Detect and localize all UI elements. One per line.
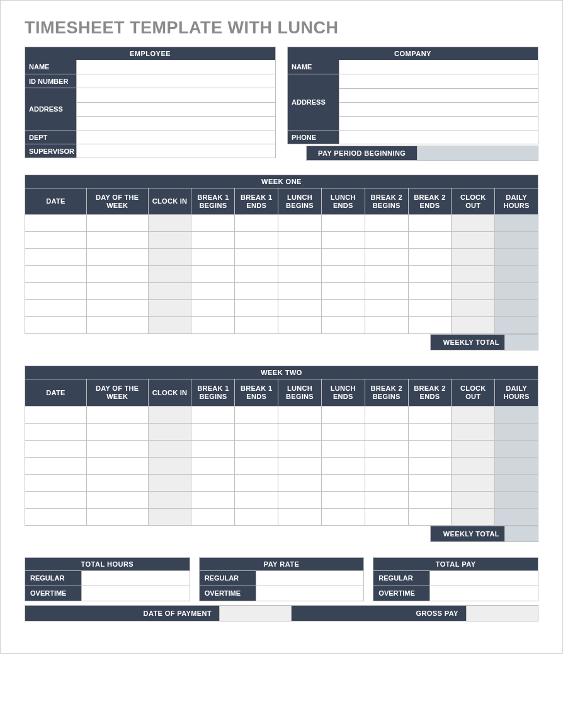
table-cell[interactable] bbox=[321, 266, 365, 283]
table-cell[interactable] bbox=[148, 457, 191, 474]
table-cell[interactable] bbox=[235, 440, 278, 457]
table-cell[interactable] bbox=[365, 440, 408, 457]
table-cell[interactable] bbox=[321, 440, 365, 457]
table-cell[interactable] bbox=[148, 440, 191, 457]
table-cell[interactable] bbox=[191, 215, 235, 232]
table-cell[interactable] bbox=[191, 406, 235, 423]
table-cell[interactable] bbox=[452, 215, 495, 232]
table-cell[interactable] bbox=[86, 491, 148, 508]
date-of-payment-input[interactable] bbox=[220, 605, 292, 621]
table-cell[interactable] bbox=[278, 317, 322, 334]
table-cell[interactable] bbox=[191, 300, 235, 317]
pay-period-input[interactable] bbox=[417, 146, 538, 161]
employee-supervisor-input[interactable] bbox=[77, 144, 275, 158]
table-cell[interactable] bbox=[495, 300, 538, 317]
table-cell[interactable] bbox=[25, 300, 87, 317]
company-name-input[interactable] bbox=[339, 60, 538, 74]
table-cell[interactable] bbox=[452, 249, 495, 266]
table-cell[interactable] bbox=[148, 317, 191, 334]
table-cell[interactable] bbox=[148, 508, 191, 525]
table-cell[interactable] bbox=[191, 249, 235, 266]
table-cell[interactable] bbox=[452, 474, 495, 491]
table-cell[interactable] bbox=[408, 508, 452, 525]
pr-overtime-input[interactable] bbox=[256, 586, 364, 601]
table-cell[interactable] bbox=[321, 423, 365, 440]
table-cell[interactable] bbox=[452, 300, 495, 317]
table-cell[interactable] bbox=[452, 406, 495, 423]
table-cell[interactable] bbox=[452, 457, 495, 474]
table-cell[interactable] bbox=[452, 491, 495, 508]
table-cell[interactable] bbox=[321, 215, 365, 232]
table-cell[interactable] bbox=[408, 300, 452, 317]
table-cell[interactable] bbox=[278, 491, 322, 508]
table-cell[interactable] bbox=[191, 423, 235, 440]
table-cell[interactable] bbox=[25, 491, 87, 508]
table-cell[interactable] bbox=[235, 249, 278, 266]
table-cell[interactable] bbox=[278, 406, 322, 423]
table-cell[interactable] bbox=[148, 423, 191, 440]
table-cell[interactable] bbox=[25, 266, 87, 283]
table-cell[interactable] bbox=[408, 232, 452, 249]
table-cell[interactable] bbox=[235, 232, 278, 249]
th-regular-input[interactable] bbox=[82, 571, 190, 586]
table-cell[interactable] bbox=[235, 215, 278, 232]
table-cell[interactable] bbox=[321, 474, 365, 491]
tp-overtime-input[interactable] bbox=[430, 586, 538, 601]
table-cell[interactable] bbox=[278, 457, 322, 474]
table-cell[interactable] bbox=[191, 232, 235, 249]
table-cell[interactable] bbox=[25, 317, 87, 334]
table-cell[interactable] bbox=[25, 423, 87, 440]
table-cell[interactable] bbox=[86, 215, 148, 232]
table-cell[interactable] bbox=[408, 283, 452, 300]
table-cell[interactable] bbox=[86, 457, 148, 474]
table-cell[interactable] bbox=[278, 232, 322, 249]
table-cell[interactable] bbox=[235, 300, 278, 317]
employee-address-line[interactable] bbox=[77, 102, 275, 116]
table-cell[interactable] bbox=[25, 474, 87, 491]
table-cell[interactable] bbox=[86, 283, 148, 300]
table-cell[interactable] bbox=[278, 283, 322, 300]
table-cell[interactable] bbox=[495, 474, 538, 491]
table-cell[interactable] bbox=[495, 508, 538, 525]
table-cell[interactable] bbox=[365, 283, 408, 300]
table-cell[interactable] bbox=[191, 283, 235, 300]
table-cell[interactable] bbox=[365, 232, 408, 249]
table-cell[interactable] bbox=[235, 474, 278, 491]
table-cell[interactable] bbox=[495, 423, 538, 440]
table-cell[interactable] bbox=[408, 474, 452, 491]
table-cell[interactable] bbox=[452, 440, 495, 457]
table-cell[interactable] bbox=[365, 249, 408, 266]
table-cell[interactable] bbox=[452, 232, 495, 249]
table-cell[interactable] bbox=[278, 423, 322, 440]
employee-dept-input[interactable] bbox=[77, 130, 275, 144]
table-cell[interactable] bbox=[25, 283, 87, 300]
table-cell[interactable] bbox=[365, 300, 408, 317]
table-cell[interactable] bbox=[25, 406, 87, 423]
table-cell[interactable] bbox=[25, 508, 87, 525]
table-cell[interactable] bbox=[495, 249, 538, 266]
table-cell[interactable] bbox=[365, 215, 408, 232]
table-cell[interactable] bbox=[365, 317, 408, 334]
company-phone-input[interactable] bbox=[339, 130, 538, 144]
table-cell[interactable] bbox=[86, 406, 148, 423]
table-cell[interactable] bbox=[278, 440, 322, 457]
table-cell[interactable] bbox=[452, 423, 495, 440]
employee-address-line[interactable] bbox=[77, 116, 275, 130]
table-cell[interactable] bbox=[408, 317, 452, 334]
table-cell[interactable] bbox=[278, 215, 322, 232]
table-cell[interactable] bbox=[25, 457, 87, 474]
table-cell[interactable] bbox=[235, 406, 278, 423]
table-cell[interactable] bbox=[278, 266, 322, 283]
table-cell[interactable] bbox=[321, 300, 365, 317]
table-cell[interactable] bbox=[495, 283, 538, 300]
table-cell[interactable] bbox=[495, 215, 538, 232]
table-cell[interactable] bbox=[148, 491, 191, 508]
table-cell[interactable] bbox=[86, 474, 148, 491]
table-cell[interactable] bbox=[148, 215, 191, 232]
table-cell[interactable] bbox=[408, 457, 452, 474]
table-cell[interactable] bbox=[365, 474, 408, 491]
week-one-total-value[interactable] bbox=[505, 334, 538, 350]
company-address-line[interactable] bbox=[339, 74, 538, 88]
table-cell[interactable] bbox=[365, 406, 408, 423]
table-cell[interactable] bbox=[235, 457, 278, 474]
